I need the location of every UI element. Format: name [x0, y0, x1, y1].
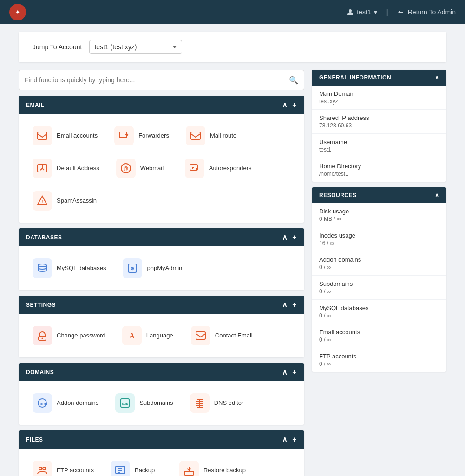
- contact-email-icon: [191, 326, 210, 345]
- addon-domains-resource-value: 0 / ∞: [319, 264, 439, 271]
- email-section-body: Email accounts Forwarders Mail route: [19, 114, 304, 223]
- disk-usage-label: Disk usage: [319, 208, 439, 215]
- jump-label: Jump To Account: [33, 43, 82, 51]
- default-address-icon: [33, 159, 52, 178]
- mail-route-item[interactable]: Mail route: [179, 121, 244, 150]
- contact-email-label: Contact Email: [215, 332, 253, 340]
- dns-editor-label: DNS editor: [214, 399, 244, 407]
- forwarders-item[interactable]: Forwarders: [108, 121, 176, 150]
- logo: ✦: [9, 4, 26, 20]
- header-divider: |: [386, 8, 388, 16]
- autoresponders-icon: [185, 159, 204, 178]
- files-add-icon[interactable]: +: [292, 436, 297, 444]
- search-input[interactable]: [25, 76, 289, 84]
- webmail-label: Webmail: [140, 165, 164, 172]
- addon-domains-resource-row: Addon domains 0 / ∞: [312, 251, 446, 276]
- email-add-icon[interactable]: +: [292, 101, 297, 109]
- disk-usage-value: 0 MB / ∞: [319, 216, 439, 222]
- settings-section-body: Change password A Language Contact Email: [19, 314, 304, 357]
- resources-collapse-icon[interactable]: ∧: [435, 192, 439, 198]
- spamassassin-icon: !: [33, 191, 52, 211]
- backup-item[interactable]: Backup: [104, 456, 169, 476]
- backup-icon: [111, 461, 130, 476]
- return-to-admin-button[interactable]: Return To Admin: [398, 8, 456, 16]
- email-accounts-resource-label: Email accounts: [319, 329, 439, 336]
- username-label: Username: [319, 139, 439, 145]
- autoresponders-label: Autoresponders: [209, 165, 252, 172]
- user-icon: [347, 8, 354, 16]
- settings-add-icon[interactable]: +: [292, 301, 297, 309]
- header: ✦ test1 ▾ | Return To Admin: [0, 0, 465, 24]
- settings-section-title: SETTINGS: [26, 302, 56, 308]
- subdomains-resource-row: Subdomains 0 / ∞: [312, 276, 446, 300]
- addon-domains-item[interactable]: .com Addon domains: [26, 389, 105, 417]
- domains-section-actions: ∧ +: [282, 368, 297, 377]
- shared-ip-row: Shared IP address 78.128.60.63: [312, 110, 446, 134]
- ftp-accounts-item[interactable]: FTP accounts: [26, 456, 100, 476]
- databases-section: DATABASES ∧ + MySQL databases ⚙: [19, 228, 304, 290]
- jump-account-select[interactable]: test1 (test.xyz): [89, 40, 182, 54]
- svg-text:.com: .com: [37, 402, 47, 406]
- mail-route-icon: [186, 126, 205, 145]
- change-password-icon: [33, 326, 52, 345]
- addon-domains-label: Addon domains: [57, 399, 98, 407]
- search-icon: 🔍: [289, 76, 298, 85]
- domains-collapse-icon[interactable]: ∧: [282, 368, 288, 377]
- right-sidebar: GENERAL INFORMATION ∧ Main Domain test.x…: [312, 70, 446, 476]
- svg-text:⚙: ⚙: [131, 266, 134, 271]
- svg-point-2: [349, 9, 352, 12]
- main-domain-label: Main Domain: [319, 90, 439, 97]
- ftp-accounts-resource-value: 0 / ∞: [319, 361, 439, 367]
- resources-body: Disk usage 0 MB / ∞ Inodes usage 16 / ∞ …: [312, 203, 446, 372]
- ftp-accounts-label: FTP accounts: [57, 467, 94, 475]
- svg-rect-25: [184, 471, 194, 475]
- language-icon: A: [122, 326, 142, 345]
- shared-ip-value: 78.128.60.63: [319, 122, 439, 129]
- email-collapse-icon[interactable]: ∧: [282, 100, 288, 109]
- svg-text:@: @: [124, 166, 128, 171]
- resources-card: RESOURCES ∧ Disk usage 0 MB / ∞ Inodes u…: [312, 187, 446, 372]
- general-info-title: GENERAL INFORMATION: [319, 74, 391, 81]
- files-collapse-icon[interactable]: ∧: [282, 435, 288, 444]
- general-info-collapse-icon[interactable]: ∧: [435, 74, 439, 81]
- change-password-label: Change password: [57, 332, 105, 340]
- subdomains-resource-label: Subdomains: [319, 280, 439, 287]
- header-right: test1 ▾ | Return To Admin: [347, 8, 456, 16]
- svg-text:A: A: [129, 332, 135, 340]
- general-info-header: GENERAL INFORMATION ∧: [312, 70, 446, 86]
- main-domain-value: test.xyz: [319, 98, 439, 105]
- resources-header: RESOURCES ∧: [312, 187, 446, 203]
- dns-editor-item[interactable]: DNS editor: [183, 389, 250, 417]
- domains-section-header: DOMAINS ∧ +: [19, 363, 304, 381]
- settings-section-actions: ∧ +: [282, 300, 297, 309]
- restore-backup-item[interactable]: Restore backup: [173, 456, 252, 476]
- default-address-item[interactable]: Default Address: [26, 154, 106, 183]
- resources-title: RESOURCES: [319, 192, 357, 198]
- inodes-usage-row: Inodes usage 16 / ∞: [312, 227, 446, 251]
- change-password-item[interactable]: Change password: [26, 321, 112, 350]
- user-menu[interactable]: test1 ▾: [347, 8, 377, 16]
- email-accounts-icon: [33, 126, 52, 145]
- language-item[interactable]: A Language: [116, 321, 181, 350]
- contact-email-item[interactable]: Contact Email: [184, 321, 259, 350]
- general-info-card: GENERAL INFORMATION ∧ Main Domain test.x…: [312, 70, 446, 182]
- username-row: Username test1: [312, 134, 446, 158]
- webmail-item[interactable]: @ Webmail: [110, 154, 175, 183]
- spamassassin-item[interactable]: ! SpamAssassin: [26, 186, 103, 215]
- phpmyadmin-item[interactable]: ⚙ phpMyAdmin: [116, 254, 189, 283]
- mysql-databases-item[interactable]: MySQL databases: [26, 254, 112, 283]
- backup-label: Backup: [135, 467, 155, 475]
- subdomains-item[interactable]: sub Subdomains: [109, 389, 179, 417]
- files-section-title: FILES: [26, 436, 43, 443]
- databases-add-icon[interactable]: +: [292, 233, 297, 242]
- phpmyadmin-icon: ⚙: [123, 258, 142, 278]
- settings-collapse-icon[interactable]: ∧: [282, 300, 288, 309]
- return-icon: [398, 8, 405, 16]
- forwarders-icon: [114, 126, 134, 145]
- domains-add-icon[interactable]: +: [292, 368, 297, 377]
- domains-section-body: .com Addon domains sub Subdomains DNS ed…: [19, 381, 304, 425]
- autoresponders-item[interactable]: Autoresponders: [178, 154, 258, 183]
- email-accounts-item[interactable]: Email accounts: [26, 121, 104, 150]
- databases-collapse-icon[interactable]: ∧: [282, 233, 288, 242]
- email-accounts-resource-row: Email accounts 0 / ∞: [312, 324, 446, 348]
